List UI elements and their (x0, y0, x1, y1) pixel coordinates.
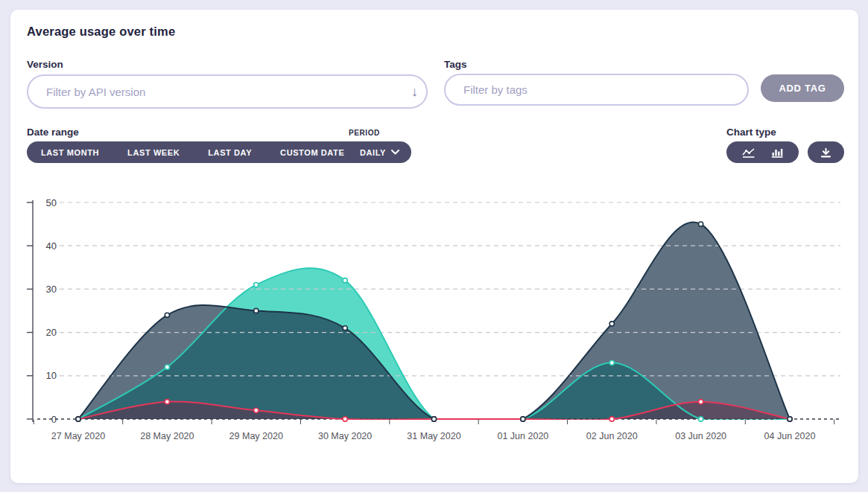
point-teal-3[interactable] (343, 278, 347, 283)
line-chart-icon (742, 147, 755, 158)
version-filter-input[interactable] (27, 74, 428, 109)
point-red-1[interactable] (165, 400, 169, 404)
period-group: DAILY (348, 141, 411, 163)
point-dark-3[interactable] (343, 326, 347, 330)
x-label-2: 29 May 2020 (229, 431, 283, 441)
y-tick-label-0: 0 (51, 414, 57, 425)
last-day-label: LAST DAY (208, 148, 252, 157)
point-teal-1[interactable] (165, 365, 169, 369)
y-tick-label-10: 10 (46, 370, 57, 381)
chart-type-bar-button[interactable] (771, 141, 791, 163)
download-icon (820, 147, 831, 158)
bar-chart-icon (771, 147, 783, 158)
download-group (808, 141, 844, 163)
point-red-2[interactable] (254, 408, 259, 412)
point-dark-2[interactable] (254, 308, 259, 313)
chevron-down-icon (391, 150, 399, 155)
add-tag-button[interactable]: ADD TAG (761, 74, 844, 102)
version-label: Version (27, 59, 63, 70)
point-red-6[interactable] (609, 417, 614, 421)
point-dark-1[interactable] (165, 313, 169, 317)
last-month-label: LAST MONTH (41, 148, 99, 157)
download-button[interactable] (820, 141, 831, 163)
x-label-0: 27 May 2020 (51, 431, 105, 441)
x-label-5: 01 Jun 2020 (497, 431, 548, 441)
x-label-3: 30 May 2020 (318, 431, 372, 441)
date-range-group: LAST MONTH LAST WEEK LAST DAY CUSTOM DAT… (27, 141, 372, 163)
y-tick-label-30: 30 (46, 284, 57, 295)
chart-areas (78, 222, 790, 432)
point-teal-7[interactable] (699, 417, 703, 421)
tags-label: Tags (444, 59, 467, 70)
custom-date-label: CUSTOM DATE (280, 148, 344, 157)
x-label-8: 04 Jun 2020 (764, 431, 816, 441)
chart-type-group (726, 141, 799, 163)
usage-panel: 0102030405027 May 202028 May 202029 May … (10, 10, 858, 483)
period-select[interactable]: DAILY (348, 141, 411, 163)
point-red-7[interactable] (699, 400, 703, 404)
area-dark (78, 222, 790, 430)
point-dark-7[interactable] (699, 222, 703, 226)
point-dark-4[interactable] (431, 417, 436, 421)
date-range-label: Date range (27, 127, 79, 138)
date-range-last-day[interactable]: LAST DAY (194, 141, 266, 163)
last-week-label: LAST WEEK (127, 148, 180, 157)
x-label-4: 31 May 2020 (407, 431, 460, 441)
date-range-last-month[interactable]: LAST MONTH (27, 141, 113, 163)
y-tick-label-20: 20 (46, 327, 57, 338)
point-dark-8[interactable] (788, 417, 792, 421)
x-label-1: 28 May 2020 (140, 431, 194, 441)
point-teal-6[interactable] (609, 360, 614, 365)
date-range-last-week[interactable]: LAST WEEK (113, 141, 194, 163)
page-title: Average usage over time (27, 25, 175, 39)
chart-type-label: Chart type (726, 127, 776, 138)
point-teal-2[interactable] (254, 282, 259, 287)
point-dark-0[interactable] (76, 417, 80, 421)
point-red-3[interactable] (343, 417, 347, 421)
chart-type-line-button[interactable] (735, 141, 755, 163)
period-label: PERIOD (349, 129, 380, 137)
point-dark-5[interactable] (521, 417, 525, 421)
x-label-6: 02 Jun 2020 (586, 431, 638, 441)
y-tick-label-50: 50 (46, 197, 57, 208)
y-tick-label-40: 40 (46, 240, 57, 252)
point-dark-6[interactable] (609, 322, 614, 326)
tags-filter-input[interactable] (444, 74, 749, 106)
period-value: DAILY (360, 148, 386, 157)
x-label-7: 03 Jun 2020 (675, 431, 726, 441)
